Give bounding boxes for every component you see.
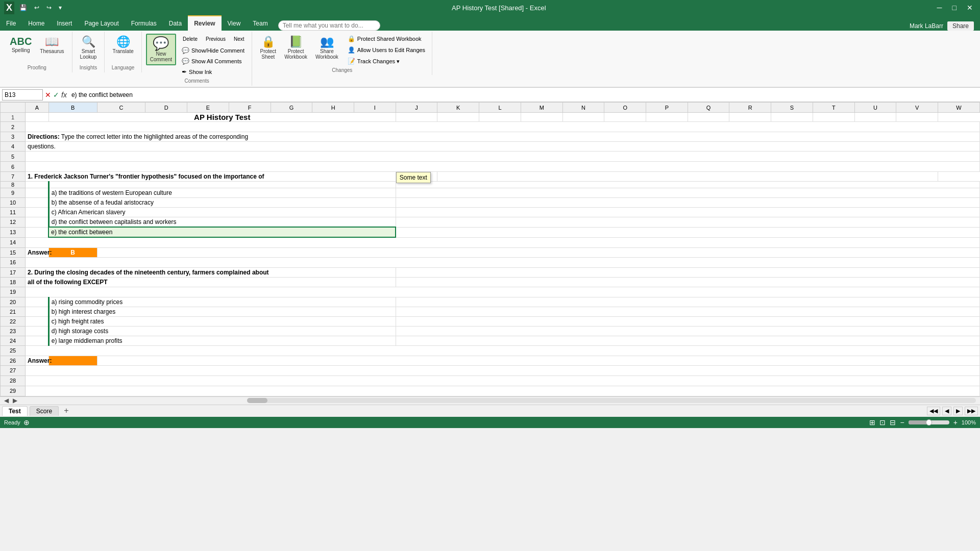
cell-row28[interactable] (26, 375, 980, 386)
cell-a11[interactable] (26, 208, 49, 217)
cell-a24[interactable] (26, 336, 49, 345)
cell-answer2-label[interactable]: Answer: (26, 356, 49, 365)
cell-row14[interactable] (26, 237, 980, 247)
new-comment-button[interactable]: 💬 NewComment (146, 34, 176, 65)
col-header-u[interactable]: U (854, 103, 896, 113)
col-header-m[interactable]: M (521, 103, 562, 113)
cell-o1[interactable] (562, 113, 604, 122)
cell-q1-opt-d[interactable]: d) the conflict between capitalists and … (48, 217, 396, 228)
tab-data[interactable]: Data (163, 16, 188, 31)
col-header-e[interactable]: E (187, 103, 229, 113)
share-workbook-button[interactable]: 👥 ShareWorkbook (312, 34, 342, 62)
cell-row6[interactable] (26, 162, 980, 172)
cell-row16[interactable] (26, 257, 980, 267)
scroll-left-button[interactable]: ◀ (2, 397, 11, 404)
cell-v1[interactable] (854, 113, 896, 122)
show-hide-comment-button[interactable]: 💬 Show/Hide Comment (179, 45, 248, 56)
next-comment-button[interactable]: Next (230, 34, 248, 44)
cell-q2-text2[interactable]: all of the following EXCEPT (26, 277, 396, 287)
cell-q2-opt-a[interactable]: a) rising commodity prices (48, 297, 396, 307)
customize-qat-button[interactable]: ▾ (57, 3, 64, 12)
col-header-j[interactable]: J (396, 103, 437, 113)
cell-p1[interactable] (604, 113, 646, 122)
smart-lookup-button[interactable]: 🔍 SmartLookup (77, 34, 101, 62)
next-page-button[interactable]: ▶▶ (965, 407, 978, 415)
prev-page-button[interactable]: ◀◀ (927, 407, 940, 415)
cell-row27[interactable] (26, 365, 980, 375)
cell-j13-rest[interactable] (396, 227, 979, 237)
col-header-w[interactable]: W (938, 103, 980, 113)
redo-button[interactable]: ↪ (44, 3, 54, 12)
cell-a21[interactable] (26, 307, 49, 316)
tab-page-layout[interactable]: Page Layout (78, 16, 125, 31)
col-header-f[interactable]: F (229, 103, 271, 113)
col-header-i[interactable]: I (354, 103, 396, 113)
page-layout-view-icon[interactable]: ⊡ (879, 418, 886, 427)
cell-row26-rest[interactable] (97, 356, 979, 365)
cell-a23[interactable] (26, 326, 49, 336)
cell-s1[interactable] (729, 113, 771, 122)
protect-sheet-button[interactable]: 🔒 ProtectSheet (256, 34, 280, 62)
cell-answer1-value[interactable]: B (48, 247, 97, 257)
cell-j8-rest[interactable] (396, 182, 979, 188)
cell-b1-title[interactable]: AP History Test (48, 113, 396, 122)
translate-button[interactable]: 🌐 Translate (109, 34, 137, 57)
sheet-tab-test[interactable]: Test (2, 406, 28, 416)
cell-j9-rest[interactable] (396, 188, 979, 198)
cell-b8[interactable] (48, 182, 396, 188)
scroll-thumb-h[interactable] (247, 398, 267, 403)
cell-a13[interactable] (26, 227, 49, 237)
cell-l1[interactable] (437, 113, 479, 122)
cell-answer1-label[interactable]: Answer: (26, 247, 49, 257)
cell-q1[interactable] (646, 113, 688, 122)
cell-k7[interactable]: Some text (396, 172, 437, 182)
undo-button[interactable]: ↩ (32, 3, 41, 12)
col-header-a[interactable]: A (26, 103, 49, 113)
zoom-slider[interactable] (909, 420, 949, 424)
cell-n1[interactable] (521, 113, 562, 122)
horizontal-scrollbar[interactable] (247, 398, 976, 403)
track-changes-button[interactable]: 📝 Track Changes ▾ (345, 56, 428, 66)
tab-view[interactable]: View (222, 16, 247, 31)
cell-row7-rest[interactable] (437, 172, 938, 182)
tab-file[interactable]: File (0, 16, 22, 31)
formula-input[interactable] (69, 90, 978, 100)
cell-q1-text[interactable]: 1. Frederick Jackson Turner's "frontier … (26, 172, 396, 182)
next-sheet-button[interactable]: ▶ (953, 407, 963, 415)
col-header-h[interactable]: H (312, 103, 354, 113)
cell-t1[interactable] (771, 113, 813, 122)
spelling-button[interactable]: ABC Spelling (6, 34, 35, 56)
cell-directions[interactable]: Directions: Type the correct letter into… (26, 132, 980, 142)
tab-review[interactable]: Review (188, 15, 221, 31)
cell-a9[interactable] (26, 188, 49, 198)
protect-shared-wb-button[interactable]: 🔒 Protect Shared Workbook (345, 34, 428, 44)
name-box[interactable] (2, 89, 43, 101)
cell-j20-rest[interactable] (396, 297, 979, 307)
cell-w1[interactable] (896, 113, 938, 122)
cell-j24-rest[interactable] (396, 336, 979, 345)
minimize-button[interactable]: ─ (934, 3, 945, 13)
insert-function-icon[interactable]: fx (61, 91, 67, 99)
cell-a22[interactable] (26, 316, 49, 326)
scroll-right-button[interactable]: ▶ (11, 397, 19, 404)
cell-q1-opt-c[interactable]: c) African American slavery (48, 208, 396, 217)
show-ink-button[interactable]: ✒ Show Ink (179, 67, 248, 77)
col-header-b[interactable]: B (48, 103, 97, 113)
allow-users-button[interactable]: 👤 Allow Users to Edit Ranges (345, 45, 428, 55)
add-sheet-button[interactable]: + (61, 405, 71, 416)
cell-q2-opt-d[interactable]: d) high storage costs (48, 326, 396, 336)
cell-row18-rest[interactable] (396, 277, 979, 287)
cell-r1[interactable] (688, 113, 729, 122)
cell-m1[interactable] (479, 113, 521, 122)
cell-row17-rest[interactable] (396, 267, 979, 277)
cell-row29[interactable] (26, 386, 980, 396)
cell-a12[interactable] (26, 217, 49, 228)
cell-j21-rest[interactable] (396, 307, 979, 316)
sheet-tab-score[interactable]: Score (30, 406, 59, 416)
tab-home[interactable]: Home (22, 16, 51, 31)
col-header-c[interactable]: C (97, 103, 145, 113)
cell-a8[interactable] (26, 182, 49, 188)
protect-workbook-button[interactable]: 📗 ProtectWorkbook (281, 34, 311, 62)
cell-q2-text1[interactable]: 2. During the closing decades of the nin… (26, 267, 396, 277)
col-header-p[interactable]: P (646, 103, 688, 113)
